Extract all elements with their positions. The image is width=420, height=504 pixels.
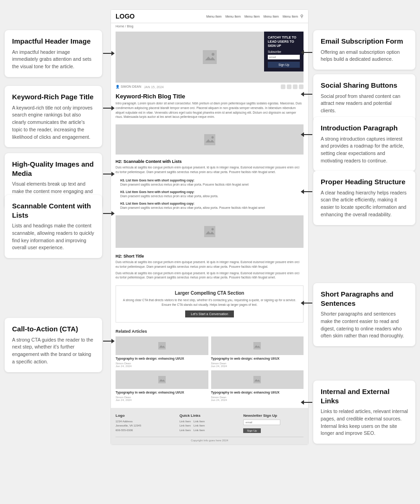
mock-related-articles: Related Articles Typography in web desig…	[111, 326, 308, 404]
arrow-heading	[301, 189, 312, 194]
mock-nav: LOGO Menu Item Menu Item Menu Item Menu …	[111, 10, 308, 23]
svg-rect-7	[253, 342, 261, 349]
cta-section-title: Larger Compelling CTA Section	[121, 291, 298, 296]
mock-breadcrumb: Home / Blog	[111, 23, 308, 29]
right-card-email: Email Subscription Form Offering an emai…	[313, 30, 415, 70]
mock-meta-row: 👤 SIMON DEAN JAN 15, 2024	[111, 83, 308, 91]
card-description: Shorter paragraphs and sentences make th…	[321, 310, 408, 340]
related-text-3: Typography in web design: enhancing UI/U…	[211, 390, 304, 394]
search-icon[interactable]: ⚲	[300, 14, 304, 19]
arrow-images	[103, 172, 115, 176]
card-title: Keyword-Rich Page Title	[12, 92, 95, 102]
svg-rect-9	[253, 376, 261, 383]
social-icon-3[interactable]	[293, 84, 297, 89]
right-card-links: Internal and External Links Links to rel…	[313, 381, 415, 444]
footer-links-grid: Link Item Link Item Link Item Link Item …	[180, 420, 240, 433]
related-meta-2: Simon Dean Jun 24, 2024	[116, 396, 208, 401]
card-description: Lists and headings make the content scan…	[12, 222, 95, 252]
mock-date: JAN 15, 2024	[144, 85, 163, 89]
cta-overlay-title: CATCHY TITLE TO LEAD USERS TO SIGN UP	[268, 35, 300, 48]
social-icon-2[interactable]	[287, 84, 291, 89]
blog-mockup: LOGO Menu Item Menu Item Menu Item Menu …	[110, 9, 309, 445]
card-description: Social proof from shared content can att…	[321, 93, 408, 115]
svg-rect-2	[204, 134, 215, 145]
card-title: Short Paragraphs and Sentences	[321, 290, 408, 308]
card-title: Scannable Content with Lists	[12, 201, 95, 220]
footer-col-logo: Logo 1234 Address Jonesville, VA 12345 6…	[116, 414, 176, 433]
arrow-intro-para	[301, 132, 312, 137]
footer-link-6[interactable]: Link Item	[194, 428, 205, 433]
arrow-short-para	[301, 301, 312, 305]
right-card-heading: Proper Heading Structure A clear heading…	[313, 171, 415, 225]
card-title: Social Sharing Buttons	[321, 81, 408, 90]
footer-link-5[interactable]: Link Item	[194, 424, 205, 428]
nav-item-2[interactable]: Menu Item	[226, 15, 241, 18]
svg-point-5	[211, 228, 213, 231]
content-image-2	[116, 215, 304, 248]
footer-copyright: Copyright Info goes here 2024	[116, 437, 304, 442]
cta-section-button[interactable]: Let's Start a Conversation	[185, 310, 233, 317]
mock-intro-paragraph: Intro paragraph. Lorem ipsum dolor sit a…	[111, 101, 308, 122]
svg-rect-6	[158, 342, 166, 349]
related-img-1	[211, 336, 304, 355]
right-card-social: Social Sharing Buttons Social proof from…	[313, 74, 415, 121]
related-item-2[interactable]: Typography in web design: enhancing UI/U…	[116, 370, 208, 401]
nav-item-4[interactable]: Menu Item	[264, 15, 279, 18]
right-card-short-para: Short Paragraphs and Sentences Shorter p…	[313, 283, 415, 346]
card-title: Proper Heading Structure	[321, 177, 408, 187]
related-item-1[interactable]: Typography in web design: enhancing UI/U…	[211, 336, 304, 368]
left-card-cta: Call-to-Action (CTA) A strong CTA guides…	[5, 318, 102, 372]
footer-newsletter-title: Newsletter Sign Up	[243, 414, 304, 418]
arrow-cta	[103, 339, 115, 343]
mock-footer: Logo 1234 Address Jonesville, VA 12345 6…	[111, 408, 308, 445]
card-description: A clear heading hierarchy helps readers …	[321, 189, 408, 219]
mock-para-short-1: Duis vehicula at sagittis leo congue pre…	[111, 260, 308, 271]
cta-section-description: A strong clear CTA that directs visitors…	[121, 298, 298, 307]
mock-cta-section: Larger Compelling CTA Section A strong c…	[116, 285, 304, 323]
cta-overlay: CATCHY TITLE TO LEAD USERS TO SIGN UP Su…	[264, 32, 304, 71]
svg-rect-0	[203, 50, 217, 64]
social-icon-4[interactable]	[299, 84, 304, 89]
card-title: Impactful Header Image	[12, 37, 95, 46]
list-item-1: H3. List item Goes here with short suppo…	[116, 177, 304, 187]
footer-links-title: Quick Links	[180, 414, 240, 418]
card-description: A keyword-rich title not only improves s…	[12, 104, 95, 141]
cta-email-input[interactable]	[268, 55, 300, 59]
nav-item-1[interactable]: Menu Item	[207, 15, 222, 18]
page-wrapper: Impactful Header Image An impactful head…	[0, 0, 420, 504]
footer-link-4[interactable]: Link Item	[194, 420, 205, 424]
arrow-header-image	[103, 51, 115, 56]
card-description: An impactful header image immediately gr…	[12, 49, 95, 71]
footer-link-col-1: Link Item Link Item Link Item	[180, 420, 191, 433]
related-item-0[interactable]: Typography in web design: enhancing UI/U…	[116, 336, 208, 368]
card-title: Internal and External Links	[321, 387, 408, 405]
social-icon-1[interactable]	[281, 84, 285, 89]
content-image-1	[116, 124, 304, 155]
cta-overlay-subscribe-label: Subscribe	[268, 50, 300, 53]
left-card-scannable: Scannable Content with Lists Lists and h…	[5, 195, 102, 258]
arrow-scannable	[103, 211, 115, 216]
nav-item-3[interactable]: Menu Item	[245, 15, 260, 18]
arrow-social-sharing	[301, 92, 312, 97]
related-item-3[interactable]: Typography in web design: enhancing UI/U…	[211, 370, 304, 401]
related-articles-grid: Typography in web design: enhancing UI/U…	[116, 336, 304, 401]
nav-item-5[interactable]: Menu Item	[283, 15, 298, 18]
footer-address: 1234 Address Jonesville, VA 12345 606-55…	[116, 420, 176, 433]
footer-newsletter-button[interactable]: Sign Up	[243, 428, 260, 433]
footer-link-3[interactable]: Link Item	[180, 428, 191, 433]
related-text-0: Typography in web design: enhancing UI/U…	[116, 356, 208, 361]
card-title: Email Subscription Form	[321, 37, 408, 46]
footer-newsletter-input[interactable]	[243, 420, 280, 425]
footer-col-links: Quick Links Link Item Link Item Link Ite…	[180, 414, 240, 433]
related-img-0	[116, 336, 208, 355]
list-item-2: H3. List item Goes here with short suppo…	[116, 189, 304, 199]
footer-link-1[interactable]: Link Item	[180, 420, 191, 424]
mock-h2-scannable: H2: Scannable Content with Lists	[111, 157, 308, 165]
mock-h2-short: H2: Short Title	[111, 252, 308, 260]
cta-signup-button[interactable]: Sign Up	[268, 62, 300, 68]
card-title: Call-to-Action (CTA)	[12, 324, 95, 334]
mock-author: 👤 SIMON DEAN	[116, 85, 141, 89]
footer-link-2[interactable]: Link Item	[180, 424, 191, 428]
right-card-intro: Introduction Paragraph A strong introduc…	[313, 117, 415, 171]
left-card-keyword-title: Keyword-Rich Page Title A keyword-rich t…	[5, 86, 102, 147]
